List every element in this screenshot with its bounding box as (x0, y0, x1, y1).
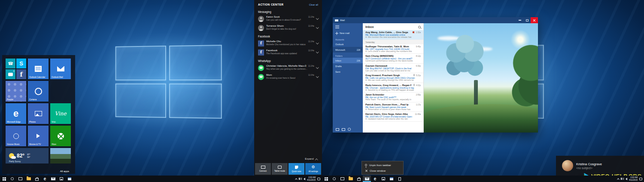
start-button[interactable] (0, 176, 8, 182)
group-title: Facebook (254, 32, 322, 39)
action-center-tray-icon[interactable] (317, 178, 320, 180)
task-view-button[interactable] (16, 176, 24, 182)
mail-button[interactable] (49, 176, 57, 182)
notification[interactable]: Torrance Shum11:04a Don't forget to take… (254, 23, 322, 32)
chevron-down-icon[interactable] (316, 75, 319, 77)
tile-people[interactable]: People (6, 81, 26, 102)
email-time: 4:02p (416, 84, 421, 86)
tile-movies-tv[interactable]: Movies & TV (28, 126, 49, 146)
email-list-item[interactable]: Ang Wang, John Cable, ... Gino Sega1:32a… (363, 30, 423, 40)
chevron-down-icon[interactable] (316, 41, 319, 44)
notification[interactable]: f Michelle Chu11:24a Michelle Chu mentio… (254, 39, 322, 48)
new-mail-button[interactable]: New mail (333, 30, 363, 36)
all-apps-link[interactable]: All apps (60, 170, 69, 173)
file-explorer-button[interactable] (24, 176, 33, 182)
mail-view-icon[interactable] (336, 128, 339, 131)
start-button[interactable] (322, 176, 330, 182)
notification-title: Karen Scott (266, 15, 307, 18)
account-outlook[interactable]: Outlook (333, 41, 363, 47)
notification[interactable]: ☎ Christian Valencia, Michelle Mao+311:2… (254, 63, 322, 72)
quick-action-quick-note[interactable]: Quick note (289, 163, 304, 175)
chevron-down-icon[interactable] (316, 26, 319, 28)
tile-weather[interactable]: 82° 87° 64° Partly Sunny (6, 148, 49, 163)
email-list-item[interactable]: Gautam Dantewadi6:30p FW: Bug 860747: DE… (363, 64, 423, 74)
menu-item-unpin[interactable]: Unpin from taskbar (362, 162, 403, 168)
volume-icon[interactable] (626, 178, 627, 180)
tile-microsoft-edge[interactable]: eMicrosoft Edge (6, 103, 26, 124)
search-button[interactable] (8, 176, 16, 182)
document-button[interactable] (395, 176, 404, 182)
tile-cortana[interactable]: Cortana (28, 81, 49, 102)
email-list-item[interactable]: Darren Davis, Gino Sega, Helen Alba11:40… (363, 112, 423, 122)
close-button[interactable] (531, 17, 538, 23)
hamburger-menu-icon[interactable] (335, 25, 339, 28)
chevron-down-icon[interactable] (316, 50, 319, 53)
quick-action-tablet-mode[interactable]: Tablet mode (272, 163, 288, 175)
network-icon[interactable] (621, 178, 624, 180)
store-button[interactable] (355, 176, 363, 182)
show-hidden-icons-caret[interactable] (617, 178, 620, 181)
group-title: WhatsApp (254, 57, 322, 63)
settings-icon[interactable] (348, 128, 351, 131)
folder-sent[interactable]: Sent (333, 69, 363, 74)
expand-link[interactable]: Expand (254, 155, 322, 163)
mail-button-active[interactable] (363, 176, 371, 182)
tile-photos[interactable]: Photos (28, 103, 49, 124)
calendar-view-icon[interactable] (342, 128, 345, 131)
maximize-button[interactable] (523, 17, 531, 23)
window-titlebar[interactable]: Mail (333, 17, 538, 23)
clear-all-link[interactable]: Clear all (309, 3, 318, 6)
tile-facebook[interactable]: f (16, 69, 26, 79)
tile-phone[interactable]: ☎ (6, 59, 15, 68)
folder-inbox[interactable]: Inbox236 (333, 58, 363, 63)
action-center-tray-icon[interactable] (639, 178, 642, 180)
tile-photo-thumbnail[interactable] (50, 148, 71, 163)
photos-button[interactable] (57, 176, 65, 182)
edge-button[interactable]: e (371, 176, 379, 182)
show-hidden-icons-caret[interactable] (295, 178, 298, 181)
account-badge: 228 (357, 49, 360, 51)
calendar-button[interactable] (65, 176, 73, 182)
edge-button[interactable]: e (41, 176, 49, 182)
calendar-button[interactable] (387, 176, 395, 182)
email-list-item[interactable]: Greg Howard, Prashant Singh5:21p RE: Cal… (363, 73, 423, 83)
volume-icon[interactable] (304, 178, 305, 180)
tile-outlook-calendar[interactable]: Outlook Calendar (28, 59, 49, 79)
folder-drafts[interactable]: Drafts (333, 63, 363, 69)
search-button[interactable] (330, 176, 338, 182)
email-list-item[interactable]: Patrick Davis, Duncan Hom..., Paul Ip1:1… (363, 102, 423, 112)
email-list-item[interactable]: Radu Ionescu, Greg Howard, ... Regan F4:… (363, 83, 423, 93)
quick-action-connect[interactable]: Connect (255, 163, 271, 175)
email-list-item[interactable]: Sam Chung (WINDOWS)8:12p ACT Continuum (… (363, 54, 423, 64)
notification[interactable]: f Facebook11:04a The Facebook app was up… (254, 48, 322, 57)
minimize-button[interactable] (516, 17, 523, 23)
email-list-item[interactable]: Janet Schneider2:55p RE: the run of the … (363, 93, 423, 102)
task-view-button[interactable] (338, 176, 346, 182)
notification-body: Can you call me in about 5 minutes? (266, 19, 314, 21)
chevron-down-icon[interactable] (316, 17, 319, 19)
quick-action-all-settings[interactable]: ⚙All settings (305, 163, 321, 175)
quick-action-label: Quick note (292, 170, 301, 173)
clock[interactable]: 2:02 AM4/11/2015 (307, 176, 316, 181)
tile-groove-music[interactable]: Groove Music (6, 126, 26, 146)
tile-xbox[interactable]: Xbox (50, 126, 71, 146)
chevron-down-icon[interactable] (316, 66, 319, 68)
tile-vine[interactable]: VineVine (50, 103, 71, 124)
account-microsoft[interactable]: Microsoft228 (333, 47, 363, 52)
calendar-icon (68, 177, 71, 180)
message-list-header: Inbox (363, 23, 423, 30)
store-button[interactable] (33, 176, 41, 182)
menu-item-close-window[interactable]: Close window (362, 168, 403, 173)
notification[interactable]: ☎ Mom11:04a It's snowing over here in Se… (254, 72, 322, 81)
clock[interactable]: 2:02 AM4/11/2015 (629, 176, 638, 181)
chat-bubble-icon (8, 73, 13, 76)
notification[interactable]: Karen Scott11:24a Can you call me in abo… (254, 14, 322, 23)
tile-messaging[interactable]: 1 (6, 69, 15, 79)
tile-skype[interactable]: S (16, 59, 26, 68)
network-icon[interactable] (299, 178, 302, 180)
photos-button[interactable] (379, 176, 387, 182)
email-list-item[interactable]: Sudhagar Thirunavalan, Tatin B. Mom9:45p… (363, 44, 423, 54)
tile-outlook-mail[interactable]: Outlook Mail (50, 59, 71, 79)
file-explorer-button[interactable] (346, 176, 355, 182)
search-icon[interactable] (418, 26, 421, 28)
